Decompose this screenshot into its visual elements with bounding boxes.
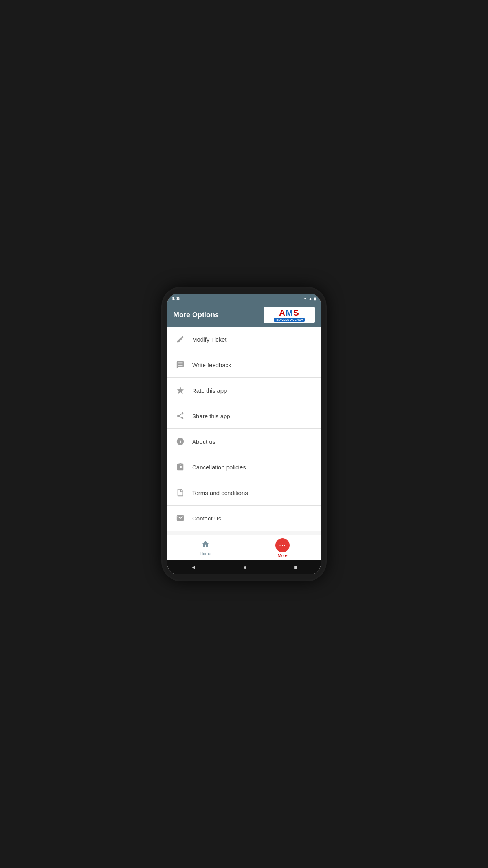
star-icon	[175, 385, 186, 396]
home-button[interactable]: ●	[243, 564, 246, 570]
ams-logo-letters: AMS	[279, 309, 299, 317]
nav-item-home[interactable]: Home	[167, 535, 244, 560]
menu-label-share-app: Share this app	[192, 413, 230, 419]
home-icon	[201, 540, 210, 550]
menu-label-cancellation-policies: Cancellation policies	[192, 464, 246, 471]
ams-subtitle: TRAVELS AGENCY	[274, 318, 305, 322]
document-icon	[175, 487, 186, 498]
mail-icon	[175, 513, 186, 524]
chat-icon	[175, 359, 186, 370]
menu-label-rate-app: Rate this app	[192, 387, 227, 394]
menu-label-write-feedback: Write feedback	[192, 362, 231, 368]
menu-item-about-us[interactable]: About us	[167, 429, 321, 454]
android-nav-bar: ◄ ● ■	[167, 560, 321, 574]
bottom-nav: Home ··· More	[167, 535, 321, 560]
nav-label-home: Home	[200, 551, 211, 556]
back-button[interactable]: ◄	[191, 564, 196, 570]
ams-letter-a: A	[279, 308, 286, 318]
menu-item-write-feedback[interactable]: Write feedback	[167, 352, 321, 378]
signal-icon: ▲	[308, 296, 312, 301]
info-icon	[175, 436, 186, 447]
status-time: 6:05	[172, 296, 180, 301]
ams-logo: AMS TRAVELS AGENCY	[264, 307, 315, 323]
share-icon	[175, 410, 186, 421]
phone-screen: 6:05 ▼ ▲ ▮ More Options AMS TRAVELS AGEN…	[167, 294, 321, 574]
menu-label-contact-us: Contact Us	[192, 515, 221, 522]
menu-item-terms-conditions[interactable]: Terms and conditions	[167, 480, 321, 506]
menu-item-share-app[interactable]: Share this app	[167, 403, 321, 429]
app-header: More Options AMS TRAVELS AGENCY	[167, 303, 321, 327]
more-dots-icon: ···	[275, 538, 290, 552]
menu-list: Modify Ticket Write feedback Rate this a…	[167, 327, 321, 535]
ams-letter-s: S	[293, 308, 299, 318]
nav-label-more: More	[277, 553, 287, 558]
menu-item-modify-ticket[interactable]: Modify Ticket	[167, 327, 321, 352]
menu-item-cancellation-policies[interactable]: Cancellation policies	[167, 454, 321, 480]
menu-label-terms-conditions: Terms and conditions	[192, 489, 248, 496]
wifi-icon: ▼	[303, 296, 307, 301]
ams-letter-m: M	[286, 308, 293, 318]
nav-item-more[interactable]: ··· More	[244, 535, 321, 560]
menu-item-rate-app[interactable]: Rate this app	[167, 378, 321, 403]
menu-label-modify-ticket: Modify Ticket	[192, 336, 227, 343]
pencil-icon	[175, 334, 186, 345]
status-bar: 6:05 ▼ ▲ ▮	[167, 294, 321, 303]
header-title: More Options	[173, 311, 219, 319]
recents-button[interactable]: ■	[294, 564, 297, 570]
menu-label-about-us: About us	[192, 438, 215, 445]
battery-icon: ▮	[314, 296, 316, 301]
phone-device: 6:05 ▼ ▲ ▮ More Options AMS TRAVELS AGEN…	[161, 287, 327, 581]
status-icons: ▼ ▲ ▮	[303, 296, 316, 301]
ams-logo-inner: AMS TRAVELS AGENCY	[274, 309, 305, 322]
menu-item-contact-us[interactable]: Contact Us	[167, 506, 321, 531]
clipboard-x-icon	[175, 462, 186, 473]
